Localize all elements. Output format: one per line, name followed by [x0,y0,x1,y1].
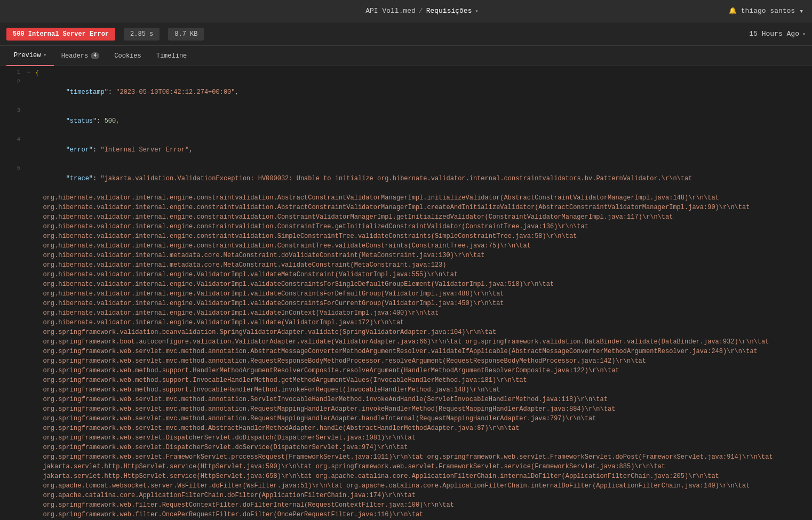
top-bar: API Voll.med / Requisições ▾ 🔔 thiago sa… [0,0,812,22]
line-trace-33: org.springframework.web.filter.RequestCo… [0,500,812,510]
response-size: 8.7 KB [168,28,204,41]
timestamp-text: 15 Hours Ago [749,30,799,38]
line-trace-17: org.springframework.web.servlet.mvc.meth… [0,347,812,356]
line-trace-18: org.springframework.web.servlet.mvc.meth… [0,356,812,366]
line-trace-19: org.springframework.web.method.support.H… [0,366,812,375]
line-trace-25: org.springframework.web.servlet.mvc.meth… [0,423,812,433]
tab-timeline-label: Timeline [156,52,187,60]
line-trace-5: org.hibernate.validator.internal.engine.… [0,231,812,241]
line-trace-24: org.springframework.web.servlet.mvc.meth… [0,414,812,423]
line-trace-27: org.springframework.web.servlet.Dispatch… [0,443,812,452]
line-trace-34: org.springframework.web.filter.OncePerRe… [0,510,812,519]
top-bar-right: 🔔 thiago santos ▾ [729,7,803,15]
user-dropdown-icon[interactable]: ▾ [799,7,803,15]
line-trace-22: org.springframework.web.servlet.mvc.meth… [0,395,812,404]
tab-timeline[interactable]: Timeline [149,46,195,66]
line-trace-14: org.hibernate.validator.internal.engine.… [0,318,812,327]
line-trace-1: org.hibernate.validator.internal.engine.… [0,193,812,203]
line-trace-31: org.apache.tomcat.websocket.server.WsFil… [0,481,812,491]
status-bar: 500 Internal Server Error 2.85 s 8.7 KB … [0,22,812,46]
tab-headers[interactable]: Headers 4 [54,46,107,66]
section-label[interactable]: Requisições [426,7,472,15]
line-trace-8: org.hibernate.validator.internal.metadat… [0,260,812,270]
notification-icon: 🔔 [729,7,737,15]
line-trace-9: org.hibernate.validator.internal.engine.… [0,270,812,279]
line-5: 5 "trace": "jakarta.validation.Validatio… [0,164,812,193]
line-trace-13: org.hibernate.validator.internal.engine.… [0,308,812,318]
line-trace-11: org.hibernate.validator.internal.engine.… [0,289,812,299]
line-3: 3 "status": 500, [0,107,812,135]
line-1: 1 − { [0,68,812,78]
line-trace-20: org.springframework.web.method.support.I… [0,375,812,385]
timestamp-chevron: ▾ [802,31,806,37]
response-time: 2.85 s [124,28,160,41]
line-trace-15: org.springframework.validation.beanvalid… [0,327,812,337]
line-trace-28: org.springframework.web.servlet.Framewor… [0,452,812,462]
line-trace-2: org.hibernate.validator.internal.engine.… [0,203,812,212]
tab-headers-label: Headers [61,52,88,60]
user-name[interactable]: thiago santos [741,7,795,15]
app-name: API Voll.med [365,7,416,15]
line-trace-12: org.hibernate.validator.internal.engine.… [0,299,812,308]
tabs-bar: Preview ▾ Headers 4 Cookies Timeline [0,46,812,66]
line-trace-29: jakarta.servlet.http.HttpServlet.service… [0,462,812,471]
line-trace-7: org.hibernate.validator.internal.metadat… [0,251,812,260]
line-trace-3: org.hibernate.validator.internal.engine.… [0,212,812,222]
line-trace-6: org.hibernate.validator.internal.engine.… [0,241,812,251]
line-trace-30: jakarta.servlet.http.HttpServlet.service… [0,471,812,481]
tab-cookies[interactable]: Cookies [107,46,148,66]
timestamp-label[interactable]: 15 Hours Ago ▾ [749,30,806,38]
line-trace-16: org.springframework.boot.autoconfigure.v… [0,337,812,347]
tab-preview-dropdown: ▾ [43,52,46,58]
line-4: 4 "error": "Internal Server Error", [0,135,812,164]
json-content: 1 − { 2 "timestamp": "2023-05-10T00:42:1… [0,66,812,520]
tab-cookies-label: Cookies [114,52,141,60]
line-trace-32: org.apache.catalina.core.ApplicationFilt… [0,491,812,500]
tab-preview-label: Preview [14,52,41,59]
line-trace-23: org.springframework.web.servlet.mvc.meth… [0,404,812,414]
line-trace-10: org.hibernate.validator.internal.engine.… [0,279,812,289]
line-trace-4: org.hibernate.validator.internal.engine.… [0,222,812,231]
tab-preview[interactable]: Preview ▾ [6,46,54,66]
error-status-badge: 500 Internal Server Error [6,28,115,41]
tab-headers-badge: 4 [91,52,99,59]
line-2: 2 "timestamp": "2023-05-10T00:42:12.274+… [0,78,812,107]
line-trace-21: org.springframework.web.method.support.I… [0,385,812,395]
breadcrumb-separator: / [419,7,423,15]
breadcrumb: API Voll.med / Requisições ▾ [365,7,478,15]
line-trace-26: org.springframework.web.servlet.Dispatch… [0,433,812,443]
section-dropdown-icon[interactable]: ▾ [475,8,478,14]
